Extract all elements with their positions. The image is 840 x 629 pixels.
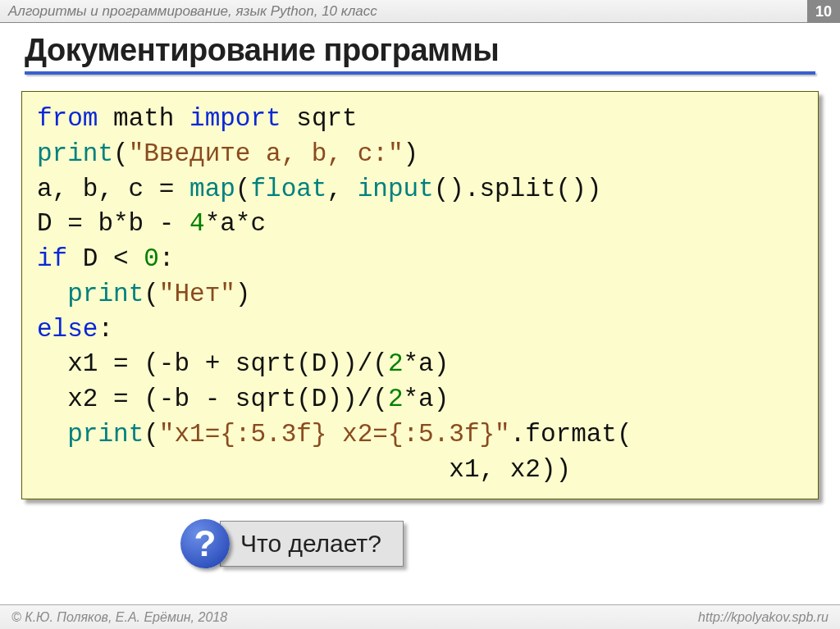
code-token: ) (403, 139, 418, 168)
footer-bar: © К.Ю. Поляков, Е.А. Ерёмин, 2018 http:/… (0, 604, 840, 629)
code-token: D < (67, 244, 144, 273)
code-token: 4 (189, 209, 205, 238)
header-bar: Алгоритмы и программирование, язык Pytho… (0, 0, 840, 23)
code-token: x1, x2)) (37, 455, 571, 484)
code-token: "Введите a, b, c:" (129, 139, 404, 168)
code-token: print (67, 280, 144, 308)
code-token: x1 = (-b + sqrt(D))/( (37, 349, 388, 378)
breadcrumb: Алгоритмы и программирование, язык Pytho… (8, 3, 377, 20)
page-title: Документирование программы (25, 33, 815, 68)
code-token: ) (235, 280, 251, 308)
code-token: "Нет" (159, 280, 235, 308)
code-token: import (189, 104, 281, 133)
code-token: ( (235, 175, 251, 203)
code-token: ( (144, 280, 159, 308)
code-token: "x1={:5.3f} x2={:5.3f}" (159, 420, 510, 449)
code-token: sqrt (281, 104, 358, 133)
code-token: map (189, 175, 235, 203)
code-token (37, 420, 67, 449)
question-mark: ? (194, 523, 217, 564)
code-token: from (37, 104, 98, 133)
footer-copyright: © К.Ю. Поляков, Е.А. Ерёмин, 2018 (11, 610, 227, 625)
code-token: ( (113, 139, 129, 168)
code-token: *a*c (205, 209, 266, 238)
code-token: float (250, 175, 326, 203)
question-mark-icon: ? (180, 519, 230, 568)
code-token: print (37, 139, 113, 168)
code-token: D = b*b - (37, 209, 189, 238)
question-row: ? Что делает? (180, 519, 840, 568)
code-token: *a) (403, 385, 449, 413)
code-token: if (37, 244, 67, 273)
code-token: input (358, 175, 434, 203)
footer-url: http://kpolyakov.spb.ru (698, 610, 829, 625)
code-token: , (326, 175, 357, 203)
question-text: Что делает? (240, 530, 381, 557)
page-number: 10 (807, 0, 840, 23)
title-area: Документирование программы (0, 23, 840, 80)
code-token (37, 280, 67, 308)
code-token: ( (144, 420, 159, 449)
code-token: 2 (388, 385, 404, 413)
question-box: Что делает? (220, 521, 404, 567)
code-token: 0 (144, 244, 159, 273)
code-token: print (67, 420, 144, 449)
code-token: .format( (510, 420, 632, 449)
code-token: math (98, 104, 189, 133)
title-underline (25, 71, 815, 75)
code-token: else (37, 315, 98, 344)
code-token: : (159, 244, 175, 273)
code-token: ().split()) (434, 175, 602, 203)
code-token: 2 (388, 349, 404, 378)
code-token: : (98, 315, 113, 344)
code-token: *a) (403, 349, 449, 378)
code-block: from math import sqrt print("Введите a, … (21, 91, 819, 499)
code-token: x2 = (-b - sqrt(D))/( (37, 385, 388, 413)
code-token: a, b, c = (37, 175, 189, 203)
